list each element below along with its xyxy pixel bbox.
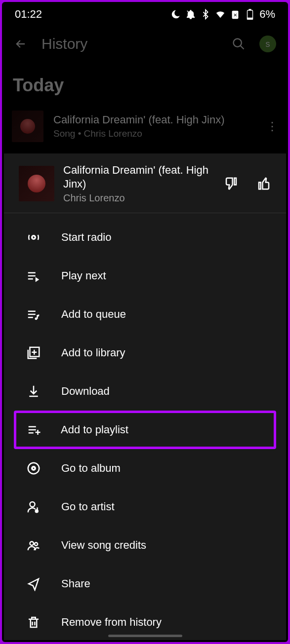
menu-label: Go to album bbox=[61, 462, 121, 475]
section-today: Today bbox=[2, 61, 288, 106]
menu-label: Add to playlist bbox=[61, 423, 128, 436]
menu-play-next[interactable]: Play next bbox=[4, 257, 286, 295]
menu-view-credits[interactable]: View song credits bbox=[4, 526, 286, 565]
history-text: California Dreamin' (feat. High Jinx) So… bbox=[53, 114, 256, 139]
svg-point-7 bbox=[35, 317, 38, 320]
back-arrow-icon[interactable] bbox=[14, 37, 28, 51]
status-time: 01:22 bbox=[15, 8, 42, 21]
play-next-icon bbox=[26, 268, 41, 284]
bottom-sheet: California Dreamin' (feat. High Jinx) Ch… bbox=[4, 153, 286, 640]
status-bar: 01:22 ✕ 6% bbox=[2, 2, 288, 27]
trash-icon bbox=[26, 614, 41, 630]
status-icons: ✕ 6% bbox=[170, 8, 275, 21]
battery-icon bbox=[245, 9, 255, 20]
search-icon[interactable] bbox=[232, 37, 246, 51]
menu-label: Remove from history bbox=[61, 616, 162, 629]
menu-label: Go to artist bbox=[61, 500, 115, 513]
menu-go-to-artist[interactable]: Go to artist bbox=[4, 488, 286, 526]
queue-icon bbox=[26, 306, 41, 322]
svg-point-11 bbox=[33, 468, 35, 469]
song-thumbnail bbox=[12, 111, 43, 142]
menu-go-to-album[interactable]: Go to album bbox=[4, 449, 286, 488]
bluetooth-icon bbox=[200, 9, 211, 20]
radio-icon bbox=[26, 229, 41, 245]
svg-point-12 bbox=[30, 502, 35, 507]
people-icon bbox=[26, 537, 41, 553]
bell-off-icon bbox=[185, 9, 196, 20]
sheet-thumbnail bbox=[19, 166, 54, 201]
history-row[interactable]: California Dreamin' (feat. High Jinx) So… bbox=[2, 106, 288, 147]
wifi-icon bbox=[215, 9, 226, 20]
history-song-subtitle: Song • Chris Lorenzo bbox=[53, 128, 256, 139]
menu-label: Play next bbox=[61, 269, 106, 282]
page-title: History bbox=[41, 36, 218, 52]
svg-rect-3 bbox=[249, 9, 251, 10]
page-header: History s bbox=[2, 27, 288, 61]
menu-label: Add to queue bbox=[61, 308, 126, 321]
menu-label: Download bbox=[61, 385, 110, 398]
menu-share[interactable]: Share bbox=[4, 565, 286, 603]
moon-icon bbox=[170, 9, 181, 20]
svg-text:✕: ✕ bbox=[233, 12, 237, 18]
battery-percent: 6% bbox=[259, 8, 275, 21]
menu-add-to-queue[interactable]: Add to queue bbox=[4, 295, 286, 334]
home-indicator[interactable] bbox=[108, 635, 182, 637]
library-add-icon bbox=[26, 345, 41, 361]
more-options-icon[interactable]: ⋮ bbox=[266, 119, 278, 133]
download-icon bbox=[26, 383, 41, 399]
svg-point-15 bbox=[35, 542, 38, 545]
album-icon bbox=[26, 460, 41, 476]
menu-label: Start radio bbox=[61, 231, 112, 244]
sim-icon: ✕ bbox=[230, 9, 241, 20]
sheet-song-title: California Dreamin' (feat. High Jinx) bbox=[63, 163, 215, 190]
menu-download[interactable]: Download bbox=[4, 372, 286, 411]
sheet-header: California Dreamin' (feat. High Jinx) Ch… bbox=[4, 153, 286, 213]
share-icon bbox=[26, 576, 41, 592]
svg-rect-4 bbox=[248, 18, 253, 19]
menu-label: Add to library bbox=[61, 346, 125, 359]
svg-point-14 bbox=[30, 542, 34, 546]
menu-add-to-playlist[interactable]: Add to playlist bbox=[14, 411, 276, 449]
svg-point-13 bbox=[36, 510, 38, 512]
thumbs-up-icon[interactable] bbox=[256, 176, 271, 191]
avatar[interactable]: s bbox=[259, 36, 276, 52]
thumbs-down-icon[interactable] bbox=[224, 176, 239, 191]
menu-label: Share bbox=[61, 577, 90, 590]
menu-list: Start radio Play next Add to queue Add t… bbox=[4, 213, 286, 642]
menu-add-to-library[interactable]: Add to library bbox=[4, 334, 286, 372]
menu-label: View song credits bbox=[61, 539, 146, 552]
artist-icon bbox=[26, 499, 41, 515]
history-song-title: California Dreamin' (feat. High Jinx) bbox=[53, 114, 256, 126]
sheet-artist: Chris Lorenzo bbox=[63, 192, 215, 204]
svg-point-5 bbox=[234, 39, 242, 47]
playlist-add-icon bbox=[26, 422, 42, 438]
menu-start-radio[interactable]: Start radio bbox=[4, 218, 286, 257]
